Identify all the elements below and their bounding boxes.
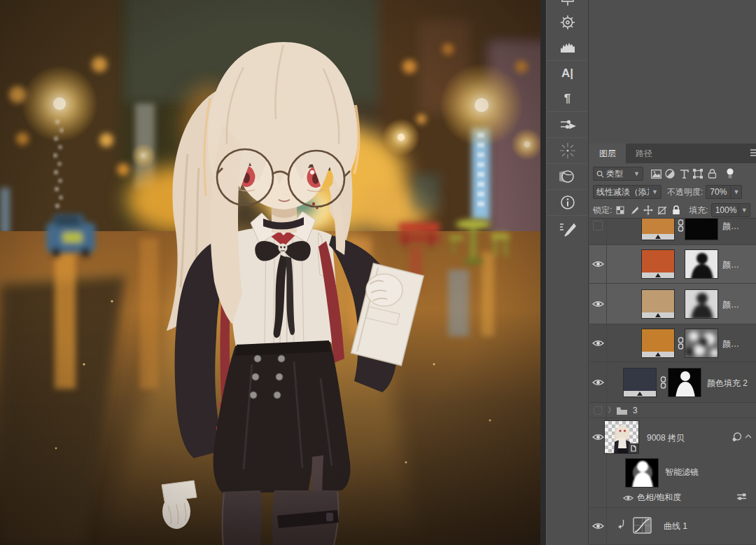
link-icon xyxy=(677,219,685,232)
sphere-icon xyxy=(559,168,576,185)
fill-layer-thumbnail[interactable] xyxy=(641,249,675,279)
lock-image-button[interactable] xyxy=(627,203,641,217)
paragraph-icon: ¶ xyxy=(564,92,570,106)
opacity-value[interactable]: 70% xyxy=(706,185,731,199)
smart-object-badge-icon xyxy=(629,443,638,453)
layer-row-fill-4[interactable]: 颜… xyxy=(589,324,756,362)
fill-value[interactable]: 100% xyxy=(711,203,739,217)
panel-icon-wheel[interactable] xyxy=(547,10,588,35)
layer-mask-thumbnail[interactable] xyxy=(685,329,718,358)
pasteboard-gap xyxy=(540,0,546,545)
layer-controls: 类型 ▼ 线性减淡（添加... xyxy=(589,163,756,219)
layer-row-fill-1[interactable]: 颜… xyxy=(589,219,756,245)
histogram-icon xyxy=(559,41,576,55)
eye-icon[interactable] xyxy=(592,260,604,268)
starburst-icon xyxy=(559,142,577,160)
character-icon: A| xyxy=(561,67,573,81)
layer-mask-thumbnail[interactable] xyxy=(685,249,718,279)
chevron-down-icon: ▼ xyxy=(649,188,658,195)
layer-row-curves-1[interactable]: 曲线 1 xyxy=(589,508,756,545)
layer-mask-thumbnail[interactable] xyxy=(668,368,701,397)
layers-panel: 图层 路径 类型 ▼ xyxy=(589,0,756,545)
smart-object-thumbnail[interactable] xyxy=(604,420,639,454)
fill-layer-thumbnail[interactable] xyxy=(641,219,675,240)
panel-icon-starburst[interactable] xyxy=(547,138,588,163)
link-icon xyxy=(659,376,667,389)
folder-icon xyxy=(616,406,628,415)
layer-mask-thumbnail[interactable] xyxy=(685,289,718,319)
filter-blend-options-icon[interactable] xyxy=(736,492,747,501)
panel-menu-icon[interactable] xyxy=(750,148,756,159)
fill-dropdown[interactable]: ▼ xyxy=(739,203,750,217)
eye-icon[interactable] xyxy=(592,522,604,530)
lock-all-button[interactable] xyxy=(669,203,683,217)
filter-adjustment-layers-button[interactable] xyxy=(663,167,677,181)
panel-icon-tool-presets[interactable] xyxy=(547,216,588,245)
clipping-mask-arrow-icon xyxy=(617,519,626,529)
layer-row-9008-copy[interactable]: 9008 拷贝 xyxy=(589,418,756,455)
panel-dock-strip: A| ¶ xyxy=(546,0,589,545)
fill-layer-thumbnail[interactable] xyxy=(623,368,657,397)
tool-presets-icon xyxy=(559,221,577,240)
blend-mode-select[interactable]: 线性减淡（添加... ▼ xyxy=(593,185,662,199)
filter-smart-object-button[interactable] xyxy=(705,167,719,181)
eye-icon[interactable] xyxy=(592,378,604,387)
artwork-anime-girl-night-street xyxy=(0,0,540,545)
document-canvas[interactable] xyxy=(0,0,540,545)
fill-label: 填充: xyxy=(689,205,708,216)
brush-settings-icon xyxy=(559,118,576,132)
visibility-toggle-off[interactable] xyxy=(594,406,602,415)
eye-icon[interactable] xyxy=(592,300,604,308)
panel-tab-bar: 图层 路径 xyxy=(589,144,756,163)
wheel-icon xyxy=(559,14,576,31)
chevron-down-icon: ▼ xyxy=(631,170,640,177)
filter-eye-icon[interactable] xyxy=(623,495,634,502)
layer-list: 颜… 颜… 颜… xyxy=(589,219,756,545)
panel-icon-character[interactable]: A| xyxy=(547,61,588,86)
filter-shape-layers-button[interactable] xyxy=(691,167,705,181)
curves-adjustment-icon[interactable] xyxy=(633,517,652,534)
layer-filter-select[interactable]: 类型 ▼ xyxy=(593,167,643,181)
link-icon xyxy=(677,337,685,350)
lock-label: 锁定: xyxy=(593,205,612,216)
eye-icon[interactable] xyxy=(592,433,604,441)
panel-icon-histogram[interactable] xyxy=(547,35,588,60)
opacity-dropdown[interactable]: ▼ xyxy=(731,185,742,199)
smart-filters-block: 智能滤镜 色相/饱和度 xyxy=(589,455,756,508)
lock-transparency-button[interactable] xyxy=(613,203,627,217)
layer-row-group-3[interactable]: 〉 3 xyxy=(589,403,756,418)
group-expand-arrow[interactable]: 〉 xyxy=(608,405,615,415)
fill-layer-thumbnail[interactable] xyxy=(641,329,675,358)
layer-row-fill-3[interactable]: 颜… xyxy=(589,284,756,324)
smart-filters-icon[interactable] xyxy=(732,432,742,442)
layer-filtering-toggle[interactable] xyxy=(723,167,737,181)
panel-icon-brush-settings[interactable] xyxy=(547,112,588,137)
opacity-label: 不透明度: xyxy=(667,186,703,198)
empty-panel-well xyxy=(589,0,756,144)
tab-layers[interactable]: 图层 xyxy=(589,144,626,163)
info-icon xyxy=(559,194,576,211)
panel-icon-sphere[interactable] xyxy=(547,164,588,189)
visibility-toggle-off[interactable] xyxy=(593,221,603,230)
collapse-caret-icon[interactable] xyxy=(745,434,752,439)
eye-icon[interactable] xyxy=(592,339,604,347)
layer-row-color-fill-2[interactable]: 颜色填充 2 xyxy=(589,362,756,403)
smart-filter-mask-thumbnail[interactable] xyxy=(625,458,659,488)
filter-pixel-layers-button[interactable] xyxy=(649,167,663,181)
panel-icon-partial[interactable] xyxy=(547,0,588,10)
panel-icon-paragraph[interactable]: ¶ xyxy=(547,86,588,111)
fill-layer-thumbnail[interactable] xyxy=(641,289,675,319)
panel-icon-info[interactable] xyxy=(547,190,588,215)
search-icon xyxy=(596,170,604,178)
tab-paths[interactable]: 路径 xyxy=(626,144,662,163)
layer-mask-thumbnail[interactable] xyxy=(685,219,718,240)
lock-position-button[interactable] xyxy=(641,203,655,217)
layer-row-fill-2[interactable]: 颜… xyxy=(589,245,756,284)
filter-type-layers-button[interactable] xyxy=(677,167,691,181)
lock-artboard-button[interactable] xyxy=(655,203,669,217)
